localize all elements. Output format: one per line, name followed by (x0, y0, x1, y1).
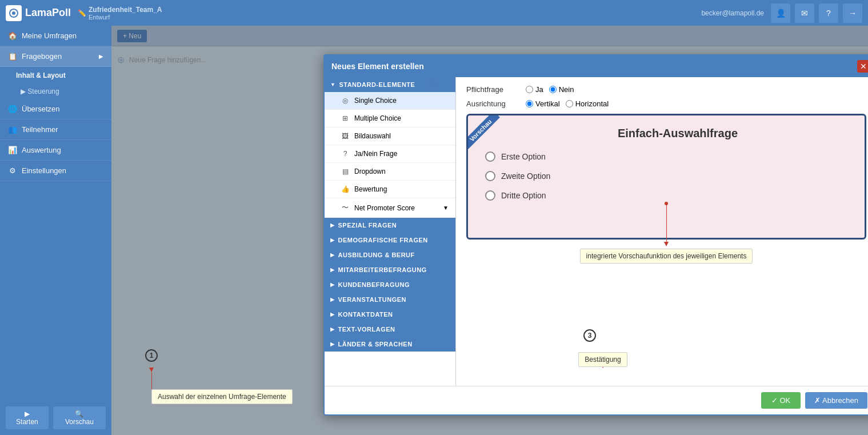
topbar-right: becker@lamapoll.de 👤 ✉ ? → (701, 3, 862, 23)
modal-close-button[interactable]: ✕ (857, 60, 868, 73)
sidebar-label-einstellungen: Einstellungen (22, 166, 66, 175)
nein-radio-label[interactable]: Nein (549, 85, 574, 94)
ausrichtung-radios: Vertikal Horizontal (526, 99, 609, 108)
horizontal-label: Horizontal (575, 99, 609, 108)
circle-check-icon: ◎ (341, 97, 350, 105)
help-button[interactable]: ? (819, 3, 838, 23)
element-janeinfrage[interactable]: ? Ja/Nein Frage (325, 145, 455, 163)
question-icon: ? (341, 150, 350, 158)
home-icon: 🏠 (8, 31, 17, 40)
user-button[interactable]: 👤 (771, 3, 790, 23)
main-layout: 🏠 Meine Umfragen 📋 Fragebogen ▶ Inhalt &… (0, 26, 868, 435)
horizontal-radio-label[interactable]: Horizontal (566, 99, 609, 108)
mitarbeiter-header[interactable]: ▶ MITARBEITERBEFRAGUNG (325, 262, 455, 277)
preview-radio-2 (485, 171, 495, 181)
demografisch-header[interactable]: ▶ DEMOGRAFISCHE FRAGEN (325, 233, 455, 248)
nein-label: Nein (559, 85, 574, 94)
modal-dialog: Neues Element erstellen ✕ ▼ STANDARD-ELE… (323, 54, 868, 416)
modal-header: Neues Element erstellen ✕ (325, 55, 868, 77)
arrowhead-preview (664, 242, 669, 246)
preview-option-1: Erste Option (485, 151, 847, 162)
badge-2: 2 (426, 78, 438, 91)
vertikal-radio[interactable] (526, 100, 533, 107)
nein-radio[interactable] (549, 86, 557, 93)
annotation3-group: Bestätigung (601, 352, 605, 368)
element-dropdown[interactable]: ▤ Dropdown (325, 163, 455, 181)
standard-header[interactable]: ▼ STANDARD-ELEMENTE 2 (325, 77, 455, 92)
spezial-label: SPEZIAL FRAGEN (338, 222, 397, 229)
element-bildauswahl[interactable]: 🖼 Bildauswahl (325, 127, 455, 145)
vorschau-text: Vorschau (468, 115, 500, 150)
pflichtfrage-radios: Ja Nein (526, 85, 574, 94)
dropdown-icon: ▤ (341, 167, 350, 175)
veranstaltungen-header[interactable]: ▶ VERANSTALTUNGEN (325, 292, 455, 307)
sidebar-item-uebersetzen[interactable]: 🌐 Übersetzen (0, 99, 111, 119)
arrow-annotation1 (151, 372, 152, 389)
badge-1: 1 (145, 349, 158, 362)
standard-label: STANDARD-ELEMENTE (339, 81, 415, 88)
sidebar-item-teilnehmer[interactable]: 👥 Teilnehmer (0, 119, 111, 140)
element-label-bewertung: Bewertung (354, 185, 387, 193)
textvorlagen-header[interactable]: ▶ TEXT-VORLAGEN (325, 322, 455, 337)
logo: LamaPoll (6, 5, 71, 21)
topbar: LamaPoll ✏️ Zufriedenheit_Team_A Entwurf… (0, 0, 868, 26)
element-multiple-choice[interactable]: ⊞ Multiple Choice (325, 110, 455, 127)
annotation3-text: Bestätigung (585, 356, 621, 364)
preview-button[interactable]: 🔍 Vorschau (53, 406, 106, 429)
people-icon: 👥 (8, 125, 17, 134)
element-single-choice[interactable]: ◎ Single Choice (325, 92, 455, 110)
element-nps[interactable]: 〜 Net Promoter Score ▼ (325, 198, 455, 218)
preview-option-label-2: Zweite Option (501, 171, 550, 181)
sidebar-label-teilnehmer: Teilnehmer (22, 125, 58, 134)
vertikal-radio-label[interactable]: Vertikal (526, 99, 560, 108)
ja-radio-label[interactable]: Ja (526, 85, 543, 94)
sidebar: 🏠 Meine Umfragen 📋 Fragebogen ▶ Inhalt &… (0, 26, 111, 435)
modal-body: ▼ STANDARD-ELEMENTE 2 ◎ Single Choice ⊞ (325, 77, 868, 386)
spezial-header[interactable]: ▶ SPEZIAL FRAGEN (325, 218, 455, 233)
vorschau-ribbon: Vorschau (468, 115, 508, 155)
mail-button[interactable]: ✉ (795, 3, 814, 23)
chevron-right-icon: ▶ (99, 53, 103, 59)
sidebar-item-einstellungen[interactable]: ⚙ Einstellungen (0, 161, 111, 181)
start-button[interactable]: ▶ Starten (6, 406, 49, 429)
arrow-right-icon-kon: ▶ (330, 312, 335, 317)
sidebar-item-inhalt[interactable]: Inhalt & Layout (0, 67, 111, 84)
horizontal-radio[interactable] (566, 100, 573, 107)
chart-icon: 📊 (8, 146, 17, 154)
annotation3-box: Bestätigung (578, 352, 627, 367)
annotation1-box: Auswahl der einzelnen Umfrage-Elemente (151, 389, 293, 404)
sidebar-item-umfragen[interactable]: 🏠 Meine Umfragen (0, 26, 111, 46)
annotation1-text: Auswahl der einzelnen Umfrage-Elemente (158, 393, 286, 401)
sidebar-item-auswertung[interactable]: 📊 Auswertung (0, 140, 111, 161)
ok-button[interactable]: ✓ OK (761, 392, 801, 409)
sidebar-item-fragebogen[interactable]: 📋 Fragebogen ▶ (0, 46, 111, 67)
ausbildung-header[interactable]: ▶ AUSBILDUNG & BERUF (325, 248, 455, 262)
element-label-nps: Net Promoter Score (354, 204, 415, 212)
ausrichtung-label: Ausrichtung (466, 99, 518, 108)
logo-icon (6, 5, 22, 21)
preview-option-3: Dritte Option (485, 190, 847, 201)
element-bewertung[interactable]: 👍 Bewertung (325, 181, 455, 198)
laender-header[interactable]: ▶ LÄNDER & SPRACHEN (325, 337, 455, 352)
ja-radio[interactable] (526, 86, 533, 93)
mitarbeiter-label: MITARBEITERBEFRAGUNG (338, 266, 427, 273)
entwurf-label: Entwurf (89, 14, 162, 21)
kontaktdaten-header[interactable]: ▶ KONTAKTDATEN (325, 307, 455, 322)
form-icon: 📋 (8, 52, 17, 61)
modal-footer: Bestätigung 3 ✓ OK ✗ Abbrechen (325, 386, 868, 414)
element-label-multiple: Multiple Choice (354, 114, 401, 122)
sidebar-label-uebersetzen: Übersetzen (22, 105, 59, 113)
logout-button[interactable]: → (843, 3, 862, 23)
project-name: Zufriedenheit_Team_A (89, 6, 162, 14)
right-panel: Pflichtfrage Ja Nein (456, 77, 868, 386)
element-label-dropdown: Dropdown (354, 167, 386, 175)
sidebar-item-steuerung[interactable]: ▶ Steuerung (0, 84, 111, 99)
element-list: ▼ STANDARD-ELEMENTE 2 ◎ Single Choice ⊞ (325, 77, 456, 386)
sidebar-label-umfragen: Meine Umfragen (22, 31, 77, 40)
pflichtfrage-row: Pflichtfrage Ja Nein (466, 85, 866, 94)
cancel-button[interactable]: ✗ Abbrechen (805, 392, 867, 409)
arrow-right-icon-aus: ▶ (330, 252, 335, 258)
preview-radio-3 (485, 190, 495, 201)
kunden-header[interactable]: ▶ KUNDENBEFRAGUNG (325, 277, 455, 292)
ausrichtung-row: Ausrichtung Vertikal Horizontal (466, 99, 866, 108)
